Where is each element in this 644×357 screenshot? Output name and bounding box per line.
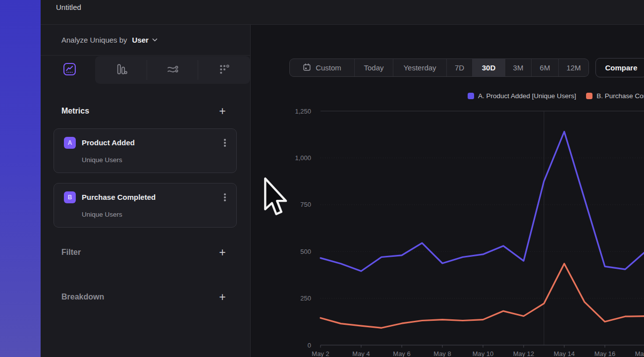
left-accent-strip bbox=[0, 0, 41, 357]
metric-subtitle[interactable]: Unique Users bbox=[82, 211, 122, 218]
svg-text:May 18: May 18 bbox=[635, 350, 644, 357]
svg-text:1,000: 1,000 bbox=[295, 154, 311, 162]
chart-panel: Custom Today Yesterday 7D 30D 3M 6M 12M … bbox=[251, 25, 644, 357]
tab-funnels[interactable] bbox=[95, 56, 147, 84]
flows-icon bbox=[166, 62, 179, 78]
svg-text:May 6: May 6 bbox=[393, 350, 410, 357]
svg-text:750: 750 bbox=[300, 201, 311, 208]
metric-card-a[interactable]: A Product Added Unique Users bbox=[54, 128, 237, 173]
range-today[interactable]: Today bbox=[355, 59, 393, 76]
metric-name: Purchase Completed bbox=[82, 193, 156, 201]
tab-flows[interactable] bbox=[147, 56, 198, 84]
top-bar: Untitled bbox=[41, 0, 644, 25]
report-type-tabs bbox=[44, 56, 250, 84]
kebab-menu-icon[interactable] bbox=[221, 137, 228, 148]
mouse-cursor bbox=[263, 177, 288, 217]
range-6m[interactable]: 6M bbox=[532, 59, 559, 76]
line-chart-icon bbox=[63, 62, 76, 78]
calendar-icon bbox=[303, 63, 311, 73]
report-title[interactable]: Untitled bbox=[56, 3, 81, 11]
metric-subtitle[interactable]: Unique Users bbox=[82, 156, 122, 164]
chevron-down-icon bbox=[152, 38, 158, 42]
svg-text:250: 250 bbox=[300, 295, 311, 302]
svg-text:May 8: May 8 bbox=[433, 350, 451, 357]
breakdown-title: Breakdown bbox=[61, 293, 104, 301]
svg-text:May 14: May 14 bbox=[554, 350, 575, 357]
range-custom[interactable]: Custom bbox=[290, 59, 355, 76]
analyze-label: Analyze Uniques by bbox=[61, 36, 127, 44]
breakdown-section-header: Breakdown + bbox=[41, 293, 251, 304]
query-builder-sidebar: Analyze Uniques by User bbox=[41, 25, 251, 357]
filter-section-header: Filter + bbox=[41, 248, 251, 260]
svg-text:May 16: May 16 bbox=[594, 350, 616, 357]
svg-text:0: 0 bbox=[308, 342, 311, 349]
kebab-menu-icon[interactable] bbox=[221, 192, 228, 203]
retention-grid-icon bbox=[217, 62, 231, 78]
metrics-title: Metrics bbox=[61, 107, 89, 116]
add-metric-button[interactable]: + bbox=[216, 105, 228, 117]
svg-text:1,250: 1,250 bbox=[295, 108, 311, 115]
metric-card-b[interactable]: B Purchase Completed Unique Users bbox=[54, 183, 237, 228]
range-7d[interactable]: 7D bbox=[447, 59, 473, 76]
app-window: Untitled Analyze Uniques by User bbox=[0, 0, 644, 357]
analyze-uniques-row: Analyze Uniques by User bbox=[41, 25, 251, 56]
bar-chart-icon bbox=[114, 62, 128, 78]
svg-text:May 2: May 2 bbox=[312, 350, 329, 357]
svg-text:May 10: May 10 bbox=[473, 350, 494, 357]
add-breakdown-button[interactable]: + bbox=[216, 291, 228, 303]
filter-title: Filter bbox=[61, 248, 81, 257]
tab-retention[interactable] bbox=[198, 56, 250, 84]
range-3m[interactable]: 3M bbox=[505, 59, 532, 76]
metrics-section-header: Metrics + bbox=[41, 107, 251, 119]
add-filter-button[interactable]: + bbox=[216, 246, 228, 258]
metric-badge-b: B bbox=[64, 191, 76, 203]
line-chart-canvas[interactable]: May 2May 4May 6May 8May 10May 12May 14Ma… bbox=[251, 74, 644, 357]
svg-text:May 4: May 4 bbox=[352, 350, 370, 357]
range-12m[interactable]: 12M bbox=[559, 59, 589, 76]
line-chart-svg: May 2May 4May 6May 8May 10May 12May 14Ma… bbox=[251, 74, 644, 357]
metric-name: Product Added bbox=[82, 138, 135, 147]
range-yesterday[interactable]: Yesterday bbox=[393, 59, 447, 76]
analyze-value-dropdown[interactable]: User bbox=[132, 36, 149, 44]
svg-text:500: 500 bbox=[300, 248, 311, 255]
range-30d[interactable]: 30D bbox=[473, 59, 505, 76]
tab-insights[interactable] bbox=[44, 56, 95, 84]
svg-text:May 12: May 12 bbox=[513, 350, 535, 357]
metric-badge-a: A bbox=[64, 137, 76, 149]
